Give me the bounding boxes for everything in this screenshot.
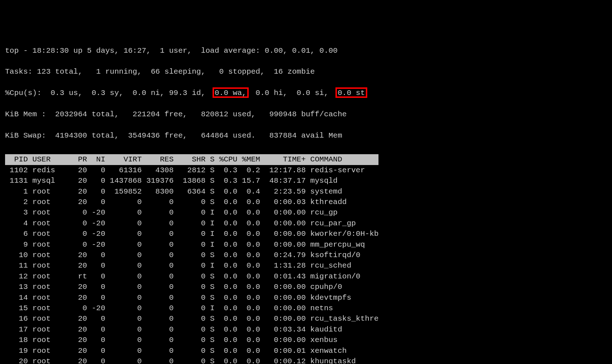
process-row[interactable]: 4 root 0 -20 0 0 0 I 0.0 0.0 0:00.00 rcu… xyxy=(5,218,607,229)
process-row[interactable]: 11 root 20 0 0 0 0 I 0.0 0.0 1:31.28 rcu… xyxy=(5,260,607,271)
process-row[interactable]: 17 root 20 0 0 0 0 S 0.0 0.0 0:03.34 kau… xyxy=(5,324,607,335)
process-row[interactable]: 12 root rt 0 0 0 0 S 0.0 0.0 0:01.43 mig… xyxy=(5,271,607,282)
process-row[interactable]: 16 root 20 0 0 0 0 S 0.0 0.0 0:00.00 rcu… xyxy=(5,313,607,324)
process-row[interactable]: 9 root 0 -20 0 0 0 I 0.0 0.0 0:00.00 mm_… xyxy=(5,239,607,250)
process-row[interactable]: 19 root 20 0 0 0 0 S 0.0 0.0 0:00.01 xen… xyxy=(5,346,607,356)
process-row[interactable]: 3 root 0 -20 0 0 0 I 0.0 0.0 0:00.00 rcu… xyxy=(5,207,607,218)
process-row[interactable]: 14 root 20 0 0 0 0 S 0.0 0.0 0:00.00 kde… xyxy=(5,292,607,303)
process-row[interactable]: 15 root 0 -20 0 0 0 I 0.0 0.0 0:00.00 ne… xyxy=(5,303,607,313)
process-row[interactable]: 13 root 20 0 0 0 0 S 0.0 0.0 0:00.00 cpu… xyxy=(5,282,607,292)
swap-summary-line: KiB Swap: 4194300 total, 3549436 free, 6… xyxy=(5,130,607,141)
mem-summary-line: KiB Mem : 2032964 total, 221204 free, 82… xyxy=(5,109,607,120)
process-row[interactable]: 20 root 20 0 0 0 0 S 0.0 0.0 0:00.12 khu… xyxy=(5,356,607,364)
process-table-header: PID USER PR NI VIRT RES SHR S %CPU %MEM … xyxy=(5,154,378,165)
process-row[interactable]: 2 root 20 0 0 0 0 S 0.0 0.0 0:00.03 kthr… xyxy=(5,197,607,207)
top-summary-line: top - 18:28:30 up 5 days, 16:27, 1 user,… xyxy=(5,46,607,56)
process-row[interactable]: 1131 mysql 20 0 1437868 319376 13868 S 0… xyxy=(5,176,607,186)
process-row[interactable]: 6 root 0 -20 0 0 0 I 0.0 0.0 0:00.00 kwo… xyxy=(5,229,607,239)
process-row[interactable]: 1 root 20 0 159852 8300 6364 S 0.0 0.4 2… xyxy=(5,186,607,197)
process-list: 1102 redis 20 0 61316 4308 2812 S 0.3 0.… xyxy=(5,165,607,364)
tasks-summary-line: Tasks: 123 total, 1 running, 66 sleeping… xyxy=(5,66,607,77)
process-row[interactable]: 10 root 20 0 0 0 0 S 0.0 0.0 0:24.79 kso… xyxy=(5,250,607,260)
cpu-summary-line: %Cpu(s): 0.3 us, 0.3 sy, 0.0 ni, 99.3 id… xyxy=(5,88,607,98)
process-row[interactable]: 18 root 20 0 0 0 0 S 0.0 0.0 0:00.00 xen… xyxy=(5,335,607,345)
process-row[interactable]: 1102 redis 20 0 61316 4308 2812 S 0.3 0.… xyxy=(5,165,607,176)
